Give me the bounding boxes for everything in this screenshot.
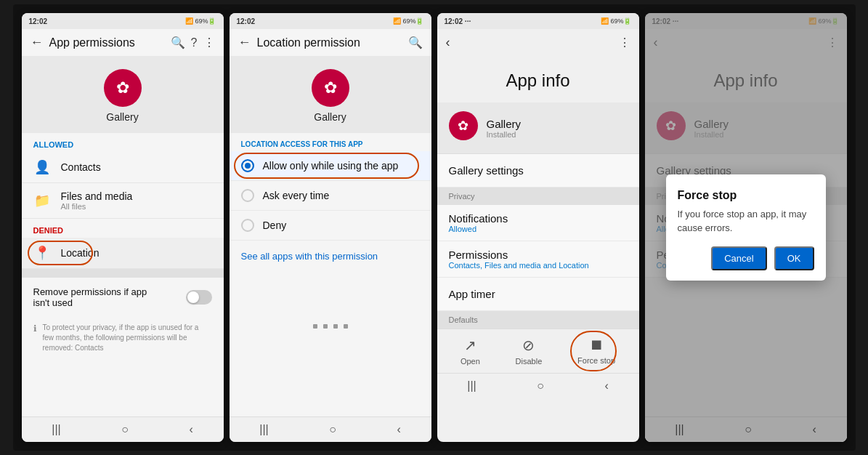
nav-recent-3[interactable]: ||| (467, 379, 476, 392)
status-time-2: 12:02 (237, 17, 256, 25)
notifications-title-3: Notifications (449, 212, 628, 225)
screen1-content: ✿ Gallery ALLOWED 👤 Contacts 📁 Files and… (22, 56, 224, 416)
grid-dot-2 (323, 324, 328, 329)
status-icons-1: 📶 69%🔋 (185, 17, 216, 25)
status-bar-2: 12:02 📶 69%🔋 (230, 13, 431, 29)
status-time-3: 12:02 ··· (445, 17, 471, 25)
remove-perms-toggle[interactable] (186, 290, 212, 305)
app-timer-3[interactable]: App timer (437, 278, 639, 311)
screen2-content: ✿ Gallery LOCATION ACCESS FOR THIS APP A… (230, 56, 431, 416)
app-name-1: Gallery (106, 111, 138, 123)
radio-ask-every-time[interactable]: Ask every time (230, 181, 431, 211)
location-access-label: LOCATION ACCESS FOR THIS APP (230, 133, 431, 151)
notifications-sub-3: Allowed (449, 225, 628, 233)
open-icon-3: ↗ (464, 337, 476, 354)
deny-label: Deny (263, 220, 287, 231)
status-bar-1: 12:02 📶 69%🔋 (22, 13, 224, 29)
open-label-3: Open (461, 357, 480, 366)
screen3-app-info: 12:02 ··· 📶 69%🔋 ‹ ⋮ App info ✿ Gallery … (437, 13, 639, 442)
gallery-row-3: ✿ Gallery Installed (437, 102, 639, 154)
contacts-permission[interactable]: 👤 Contacts (22, 152, 224, 183)
privacy-divider-3: Privacy (437, 188, 639, 205)
contacts-text: Contacts (61, 161, 212, 173)
app-icon-1: ✿ (104, 69, 142, 107)
top-bar-1: ← App permissions 🔍 ? ⋮ (22, 29, 224, 56)
see-all-link[interactable]: See all apps with this permission (230, 241, 431, 272)
radio-selected (241, 159, 254, 172)
dialog-ok-btn[interactable]: OK (774, 246, 814, 270)
back-button-1[interactable]: ← (31, 35, 44, 50)
files-text: Files and media All files (61, 190, 212, 211)
disable-label-3: Disable (516, 357, 543, 366)
nav-back-2[interactable]: ‹ (397, 423, 400, 436)
more-icon-1[interactable]: ⋮ (203, 36, 215, 49)
force-stop-btn-3[interactable]: ⏹ Force stop (577, 337, 615, 366)
location-icon: 📍 (33, 245, 51, 261)
back-button-3[interactable]: ‹ (446, 35, 450, 50)
nav-home-2[interactable]: ○ (329, 423, 336, 436)
disable-icon-3: ⊘ (522, 337, 535, 354)
grid-dot-4 (344, 324, 348, 329)
files-permission[interactable]: 📁 Files and media All files (22, 183, 224, 219)
radio-deny-circle (241, 219, 254, 232)
bottom-actions-3: ↗ Open ⊘ Disable ⏹ Force stop (437, 329, 639, 373)
permissions-sub-3: Contacts, Files and media and Location (449, 261, 628, 270)
dialog-message: If you force stop an app, it may cause e… (678, 208, 814, 234)
nav-bar-3: ||| ○ ‹ (437, 373, 639, 398)
top-bar-2: ← Location permission 🔍 (230, 29, 431, 56)
nav-home-3[interactable]: ○ (537, 379, 544, 392)
force-stop-label-3: Force stop (577, 356, 615, 365)
radio-deny[interactable]: Deny (230, 211, 431, 241)
force-stop-overlay: Force stop If you force stop an app, it … (645, 13, 847, 442)
app-name-2: Gallery (314, 111, 346, 123)
dialog-cancel-btn[interactable]: Cancel (711, 246, 766, 270)
nav-back-1[interactable]: ‹ (189, 423, 192, 436)
more-icon-3[interactable]: ⋮ (619, 36, 630, 49)
permissions-title-3: Permissions (449, 249, 628, 261)
screens-container: 12:02 📶 69%🔋 ← App permissions 🔍 ? ⋮ ✿ G… (13, 4, 856, 451)
page-title-1: App permissions (49, 36, 165, 49)
open-btn-3[interactable]: ↗ Open (461, 337, 480, 366)
nav-recent-2[interactable]: ||| (259, 423, 268, 436)
permissions-3[interactable]: Permissions Contacts, Files and media an… (437, 241, 639, 278)
nav-recent-1[interactable]: ||| (52, 423, 60, 436)
remove-perms-section: Remove permissions if appisn't used (22, 273, 224, 317)
gallery-text-3: Gallery Installed (487, 118, 522, 139)
radio-allow-while-using[interactable]: Allow only while using the app (230, 151, 431, 181)
allow-while-label: Allow only while using the app (263, 160, 399, 172)
status-icons-2: 📶 69%🔋 (393, 17, 424, 25)
denied-section-label: DENIED (22, 219, 224, 238)
help-icon-1[interactable]: ? (191, 36, 198, 49)
files-title: Files and media (61, 190, 212, 202)
search-icon-2[interactable]: 🔍 (408, 36, 423, 49)
status-icons-3: 📶 69%🔋 (601, 17, 632, 25)
nav-home-1[interactable]: ○ (121, 423, 129, 436)
bottom-grid-2 (230, 315, 431, 337)
dialog-buttons: Cancel OK (678, 246, 814, 270)
allowed-section-label: ALLOWED (22, 133, 224, 152)
gallery-icon-3: ✿ (449, 111, 478, 140)
disable-btn-3[interactable]: ⊘ Disable (516, 337, 543, 366)
status-bar-3: 12:02 ··· 📶 69%🔋 (437, 13, 639, 29)
nav-bar-1: ||| ○ ‹ (22, 416, 224, 442)
dialog-title: Force stop (678, 189, 814, 202)
notifications-3[interactable]: Notifications Allowed (437, 205, 639, 241)
nav-back-3[interactable]: ‹ (604, 379, 608, 392)
defaults-divider-3: Defaults (437, 311, 639, 329)
info-text-1: To protect your privacy, if the app is u… (43, 323, 212, 353)
app-icon-2: ✿ (312, 69, 349, 107)
search-icon-1[interactable]: 🔍 (171, 36, 185, 49)
top-bar-3: ‹ ⋮ (437, 29, 639, 56)
app-icon-section-2: ✿ Gallery (230, 56, 431, 133)
screen1-app-permissions: 12:02 📶 69%🔋 ← App permissions 🔍 ? ⋮ ✿ G… (22, 13, 224, 442)
back-button-2[interactable]: ← (238, 35, 251, 50)
force-stop-icon-3: ⏹ (589, 337, 604, 353)
location-title: Location (61, 247, 212, 259)
app-icon-section-1: ✿ Gallery (22, 56, 224, 133)
location-permission[interactable]: 📍 Location (22, 238, 224, 269)
nav-bar-2: ||| ○ ‹ (230, 416, 431, 442)
gallery-sub-3: Installed (487, 130, 522, 139)
grid-dot-1 (313, 324, 317, 329)
app-info-title-3: App info (437, 56, 639, 102)
gallery-settings-3[interactable]: Gallery settings (437, 154, 639, 188)
